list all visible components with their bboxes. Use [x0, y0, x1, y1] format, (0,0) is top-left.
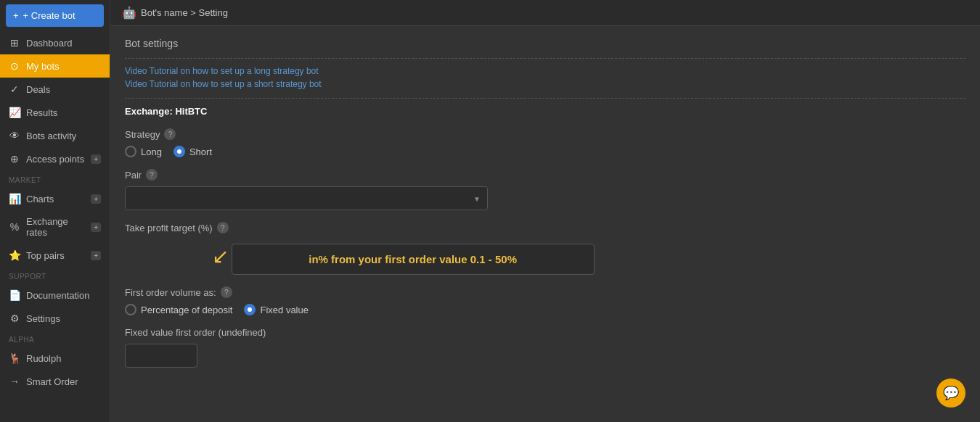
strategy-help-icon[interactable]: ? [164, 128, 176, 140]
sidebar: + + Create bot ⊞ Dashboard ⊙ My bots ✓ D… [0, 0, 110, 422]
breadcrumb: Bot's name > Setting [141, 7, 228, 18]
first-order-radio-group: Percentage of deposit Fixed value [125, 304, 965, 315]
pair-section: Pair ? [125, 169, 965, 210]
create-bot-button[interactable]: + + Create bot [6, 4, 104, 27]
sidebar-item-label: Bots activity [26, 131, 76, 141]
breadcrumb-current: Setting [198, 7, 227, 18]
sidebar-item-exchange-rates[interactable]: % Exchange rates + [0, 210, 110, 244]
exchange-rates-icon: % [9, 221, 20, 233]
alpha-section-label: ALPHA [0, 330, 110, 347]
sidebar-item-bots-activity[interactable]: 👁 Bots activity [0, 124, 110, 147]
divider-2 [125, 98, 965, 99]
fixed-value-radio-circle [244, 304, 256, 315]
sidebar-item-access-points[interactable]: ⊕ Access points + [0, 147, 110, 170]
sidebar-item-charts[interactable]: 📊 Charts + [0, 187, 110, 210]
tooltip-box: in% from your first order value 0.1 - 50… [232, 244, 595, 275]
header-bar: 🤖 Bot's name > Setting [110, 0, 980, 26]
sidebar-item-rudolph[interactable]: 🦌 Rudolph [0, 347, 110, 370]
tooltip-text: in% from your first order value 0.1 - 50… [244, 252, 582, 267]
dashboard-icon: ⊞ [9, 37, 20, 49]
tutorial-link-short[interactable]: Video Tutorial on how to set up a short … [125, 79, 965, 89]
short-radio-circle [173, 146, 185, 157]
sidebar-item-label: Settings [26, 313, 60, 324]
create-bot-label: + Create bot [23, 10, 75, 21]
sidebar-item-label: Deals [26, 84, 50, 95]
smart-order-icon: → [9, 376, 20, 387]
strategy-long-label: Long [141, 146, 162, 157]
sidebar-item-my-bots[interactable]: ⊙ My bots [0, 54, 110, 78]
fixed-value-radio[interactable]: Fixed value [244, 304, 308, 315]
strategy-radio-group: Long Short [125, 146, 965, 157]
plus-icon: + [13, 10, 19, 21]
access-points-icon: ⊕ [9, 153, 20, 165]
rudolph-icon: 🦌 [9, 352, 20, 364]
sidebar-item-label: Exchange rates [26, 216, 85, 238]
first-order-section: First order volume as: ? Percentage of d… [125, 286, 965, 315]
deals-icon: ✓ [9, 83, 20, 95]
results-icon: 📈 [9, 107, 20, 118]
sidebar-item-dashboard[interactable]: ⊞ Dashboard [0, 31, 110, 54]
sidebar-item-label: Documentation [26, 290, 89, 301]
pair-select[interactable] [125, 186, 488, 210]
access-points-badge: + [91, 154, 101, 164]
strategy-long-radio[interactable]: Long [125, 146, 162, 157]
exchange-value: HitBTC [175, 106, 207, 117]
sidebar-item-label: Rudolph [26, 353, 61, 364]
bots-activity-icon: 👁 [9, 130, 20, 141]
strategy-short-radio[interactable]: Short [173, 146, 212, 157]
chat-icon: 💬 [943, 385, 959, 401]
top-pairs-icon: ⭐ [9, 249, 20, 261]
top-pairs-badge: + [91, 251, 101, 260]
strategy-section: Strategy ? Long Short [125, 128, 965, 157]
take-profit-section: Take profit target (%) ? ↙ in% from your… [125, 222, 965, 275]
first-order-label: First order volume as: ? [125, 286, 965, 298]
support-section-label: SUPPORT [0, 267, 110, 284]
sidebar-item-documentation[interactable]: 📄 Documentation [0, 284, 110, 307]
breadcrumb-separator: > [190, 7, 196, 18]
pair-help-icon[interactable]: ? [146, 169, 158, 181]
sidebar-item-label: Charts [26, 194, 54, 204]
sidebar-item-label: Top pairs [26, 250, 65, 261]
chat-button[interactable]: 💬 [936, 378, 965, 407]
divider-1 [125, 58, 965, 59]
tutorial-links: Video Tutorial on how to set up a long s… [125, 66, 965, 89]
market-section-label: MARKET [0, 170, 110, 187]
breadcrumb-bot-name: Bot's name [141, 7, 188, 18]
sidebar-item-top-pairs[interactable]: ⭐ Top pairs + [0, 244, 110, 267]
sidebar-item-results[interactable]: 📈 Results [0, 101, 110, 124]
fixed-value-first-order-input[interactable] [125, 344, 197, 368]
pair-select-wrapper [125, 186, 488, 210]
tutorial-link-long[interactable]: Video Tutorial on how to set up a long s… [125, 66, 965, 76]
sidebar-item-label: Dashboard [26, 38, 73, 49]
percentage-deposit-label: Percentage of deposit [141, 305, 232, 315]
bots-icon: ⊙ [9, 60, 20, 72]
take-profit-help-icon[interactable]: ? [217, 222, 229, 233]
percentage-radio-circle [125, 304, 136, 315]
sidebar-item-label: Results [26, 107, 57, 118]
fixed-value-label: Fixed value [260, 305, 308, 315]
sidebar-item-smart-order[interactable]: → Smart Order [0, 370, 110, 393]
sidebar-item-settings[interactable]: ⚙ Settings [0, 307, 110, 330]
settings-content: Bot settings Video Tutorial on how to se… [110, 26, 980, 391]
charts-icon: 📊 [9, 193, 20, 204]
pair-label: Pair ? [125, 169, 965, 181]
exchange-label: Exchange: [125, 106, 173, 117]
exchange-rates-badge: + [91, 223, 101, 232]
sidebar-item-deals[interactable]: ✓ Deals [0, 78, 110, 101]
exchange-row: Exchange: HitBTC [125, 106, 965, 117]
documentation-icon: 📄 [9, 289, 20, 301]
strategy-short-label: Short [189, 146, 212, 157]
strategy-label: Strategy ? [125, 128, 965, 140]
tooltip-arrow: ↙ [212, 244, 229, 268]
take-profit-label: Take profit target (%) ? [125, 222, 965, 233]
first-order-help-icon[interactable]: ? [221, 286, 232, 298]
percentage-deposit-radio[interactable]: Percentage of deposit [125, 304, 232, 315]
section-title: Bot settings [125, 38, 965, 49]
sidebar-item-label: Smart Order [26, 376, 78, 387]
sidebar-item-label: My bots [26, 61, 60, 72]
long-radio-circle [125, 146, 136, 157]
fixed-value-first-order-label: Fixed value first order (undefined) [125, 327, 965, 338]
bot-header-icon: 🤖 [122, 6, 136, 20]
fixed-value-first-order-section: Fixed value first order (undefined) [125, 327, 965, 368]
main-content: 🤖 Bot's name > Setting Bot settings Vide… [110, 0, 980, 422]
